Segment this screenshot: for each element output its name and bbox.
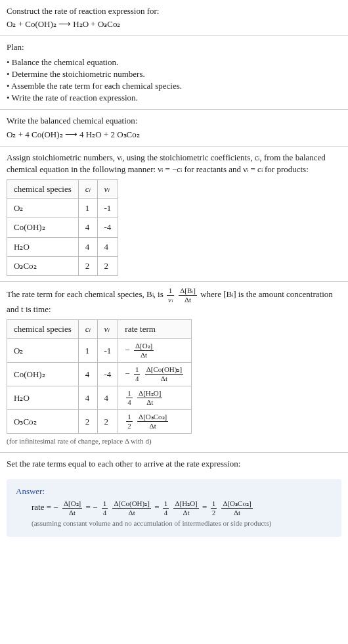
cell-species: O₃Co₂ <box>7 410 79 434</box>
final-title: Set the rate terms equal to each other t… <box>7 458 341 470</box>
col-vi: νᵢ <box>97 320 118 339</box>
coef-frac: 1 2 <box>126 413 133 430</box>
frac-den: Δt <box>173 509 198 517</box>
cell-species: Co(OH)₂ <box>7 218 79 237</box>
header-section: Construct the rate of reaction expressio… <box>0 0 348 35</box>
plan-item-text: Write the rate of reaction expression. <box>12 93 138 103</box>
cell-species: H₂O <box>7 386 79 410</box>
frac-num: Δ[H₂O] <box>173 500 198 509</box>
plan-section: Plan: Balance the chemical equation. Det… <box>0 36 348 109</box>
frac-num: Δ[O₂] <box>62 500 82 509</box>
cell-ci: 1 <box>78 199 97 218</box>
col-species: chemical species <box>7 320 79 339</box>
coef-frac: 1 4 <box>134 366 141 382</box>
coef-frac: 1 4 <box>163 500 169 517</box>
cell-ci: 2 <box>78 410 97 434</box>
table-row: O₂ 1 -1 − Δ[O₂] Δt <box>7 339 192 363</box>
cell-vi: -4 <box>97 363 118 386</box>
answer-box: Answer: rate = − Δ[O₂] Δt = − 1 4 Δ[Co(O… <box>7 479 341 537</box>
rate-note: (for infinitesimal rate of change, repla… <box>7 436 341 446</box>
rate-frac: Δ[Co(OH)₂] Δt <box>145 366 183 382</box>
cell-vi: 4 <box>97 237 118 256</box>
frac-num: Δ[O₃Co₂] <box>221 500 252 509</box>
cell-species: H₂O <box>7 237 79 256</box>
plan-item-text: Balance the chemical equation. <box>12 57 118 67</box>
cell-ci: 1 <box>78 339 97 363</box>
col-ci: cᵢ <box>78 180 97 199</box>
cell-ci: 2 <box>78 256 97 275</box>
frac-den: 4 <box>102 509 108 517</box>
equals: = <box>202 503 209 513</box>
rate-frac: Δ[H₂O] Δt <box>137 390 162 406</box>
equals: = <box>86 503 93 513</box>
rate-frac: Δ[O₂] Δt <box>62 500 82 517</box>
rate-term-intro: The rate term for each chemical species,… <box>7 287 341 315</box>
plan-item: Determine the stoichiometric numbers. <box>7 68 341 80</box>
cell-rate: 1 4 Δ[H₂O] Δt <box>118 386 192 410</box>
cell-rate: − Δ[O₂] Δt <box>118 339 192 363</box>
table-row: H₂O 4 4 <box>7 237 118 256</box>
equals: = <box>154 503 162 513</box>
cell-ci: 4 <box>78 237 97 256</box>
frac-num: 1 <box>163 500 169 509</box>
cell-species: Co(OH)₂ <box>7 363 79 386</box>
rate-term-section: The rate term for each chemical species,… <box>0 282 348 452</box>
plan-item-text: Assemble the rate term for each chemical… <box>11 81 182 91</box>
frac-den: 2 <box>211 509 217 517</box>
cell-species: O₂ <box>7 199 79 218</box>
answer-term: 1 4 Δ[H₂O] Δt <box>162 503 202 513</box>
table-row: H₂O 4 4 1 4 Δ[H₂O] Δt <box>7 386 192 410</box>
cell-vi: 2 <box>97 410 118 434</box>
frac-num: Δ[Co(OH)₂] <box>112 500 150 509</box>
coef-frac: 1 4 <box>126 390 133 406</box>
cell-vi: 2 <box>97 256 118 275</box>
frac-num: 1 <box>126 390 133 398</box>
frac-num: 1 <box>134 366 141 375</box>
answer-term: − Δ[O₂] Δt <box>53 503 85 513</box>
answer-term: − 1 4 Δ[Co(OH)₂] Δt <box>93 503 154 513</box>
frac-num: Δ[O₂] <box>134 342 154 351</box>
cell-rate: 1 2 Δ[O₃Co₂] Δt <box>118 410 192 434</box>
intro-text: The rate term for each chemical species,… <box>7 289 165 299</box>
frac-den: νᵢ <box>167 296 174 304</box>
cell-vi: -1 <box>97 339 118 363</box>
table-header-row: chemical species cᵢ νᵢ rate term <box>7 320 192 339</box>
coef-frac: 1 2 <box>211 500 217 517</box>
frac-den: Δt <box>137 422 168 430</box>
col-vi: νᵢ <box>97 180 118 199</box>
plan-item: Write the rate of reaction expression. <box>7 92 341 104</box>
sign: − <box>125 369 129 379</box>
rate-frac: Δ[O₃Co₂] Δt <box>137 413 168 430</box>
stoich-intro: Assign stoichiometric numbers, νᵢ, using… <box>7 152 341 175</box>
table-row: O₃Co₂ 2 2 1 2 Δ[O₃Co₂] Δt <box>7 410 192 434</box>
rate-frac: Δ[O₂] Δt <box>134 342 154 359</box>
plan-list: Balance the chemical equation. Determine… <box>7 57 341 104</box>
frac-den: Δt <box>221 509 252 517</box>
frac-1-over-vi: 1 νᵢ <box>167 287 174 304</box>
col-species: chemical species <box>7 180 79 199</box>
plan-title: Plan: <box>7 41 341 53</box>
plan-item: Balance the chemical equation. <box>7 57 341 68</box>
frac-dBi-dt: Δ[Bᵢ] Δt <box>179 287 197 304</box>
frac-num: 1 <box>211 500 217 509</box>
frac-den: Δt <box>112 509 150 517</box>
rate-frac: Δ[Co(OH)₂] Δt <box>112 500 150 517</box>
frac-den: 4 <box>134 375 141 382</box>
frac-num: 1 <box>102 500 108 509</box>
cell-ci: 4 <box>78 386 97 410</box>
balanced-section: Write the balanced chemical equation: O₂… <box>0 110 348 145</box>
final-section: Set the rate terms equal to each other t… <box>0 453 348 475</box>
cell-species: O₃Co₂ <box>7 256 79 275</box>
frac-num: 1 <box>167 287 174 296</box>
frac-den: 4 <box>163 509 169 517</box>
balanced-title: Write the balanced chemical equation: <box>7 115 341 127</box>
stoich-section: Assign stoichiometric numbers, νᵢ, using… <box>0 147 348 281</box>
answer-term: 1 2 Δ[O₃Co₂] Δt <box>209 503 254 513</box>
cell-ci: 4 <box>78 218 97 237</box>
frac-num: Δ[O₃Co₂] <box>137 413 168 422</box>
frac-den: Δt <box>145 375 183 382</box>
sign: − <box>93 503 97 513</box>
cell-ci: 4 <box>78 363 97 386</box>
frac-den: 2 <box>126 422 133 430</box>
cell-vi: -4 <box>97 218 118 237</box>
